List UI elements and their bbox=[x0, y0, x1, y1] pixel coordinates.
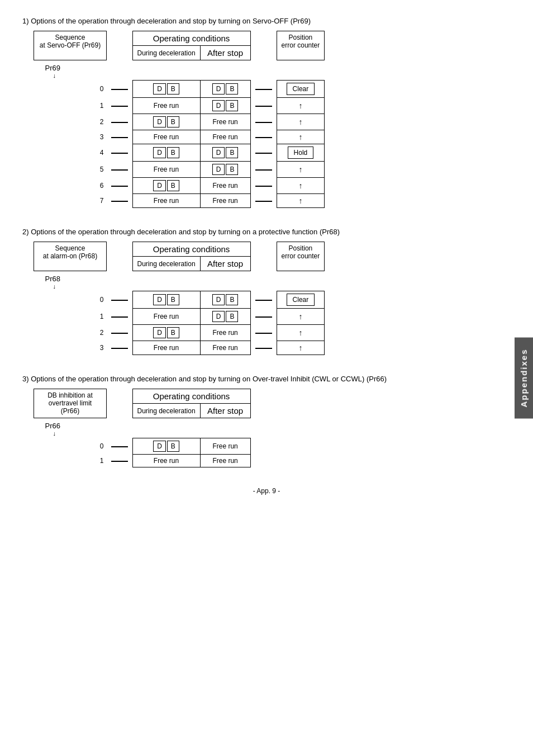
section3-table: DB inhibition at overtravel limit (Pr66)… bbox=[34, 389, 251, 467]
table-row: 3 Free run Free run ↑ bbox=[34, 130, 325, 144]
table-row: 0 DB DB Clear bbox=[34, 81, 325, 98]
section2-table: Sequence at alarm-on (Pr68) Operating co… bbox=[34, 242, 325, 355]
pr-label-row: Pr68 ↓ bbox=[34, 271, 325, 291]
table-row: 2 DB Free run ↑ bbox=[34, 114, 325, 130]
section1-title: 1) Options of the operation through dece… bbox=[22, 17, 511, 25]
table-row: 1 Free run DB ↑ bbox=[34, 98, 325, 114]
table-row: 1 Free run Free run bbox=[34, 455, 251, 467]
table-row: 6 DB Free run ↑ bbox=[34, 178, 325, 194]
section1-table: Sequence at Servo-OFF (Pr69) Operating c… bbox=[34, 31, 325, 208]
section1: 1) Options of the operation through dece… bbox=[22, 17, 511, 208]
table-row: 3 Free run Free run ↑ bbox=[34, 341, 325, 355]
table-row: 7 Free run Free run ↑ bbox=[34, 194, 325, 208]
pr-label-row: Pr69 ↓ bbox=[34, 60, 325, 81]
table-row: 4 DB DB Hold bbox=[34, 144, 325, 162]
pr-label-row: Pr66 ↓ bbox=[34, 418, 251, 438]
table-row: 1 Free run DB ↑ bbox=[34, 309, 325, 325]
page-footer: - App. 9 - bbox=[22, 487, 511, 495]
table-row: 0 DB DB Clear bbox=[34, 291, 325, 309]
table-row: 2 DB Free run ↑ bbox=[34, 325, 325, 341]
section2: 2) Options of the operation through dece… bbox=[22, 228, 511, 355]
section3-title: 3) Options of the operation through dece… bbox=[22, 375, 511, 383]
appendix-tab: Appendixes bbox=[515, 337, 533, 418]
table-row: 5 Free run DB ↑ bbox=[34, 162, 325, 178]
section3: 3) Options of the operation through dece… bbox=[22, 375, 511, 467]
section2-title: 2) Options of the operation through dece… bbox=[22, 228, 511, 236]
table-row: 0 DB Free run bbox=[34, 438, 251, 455]
